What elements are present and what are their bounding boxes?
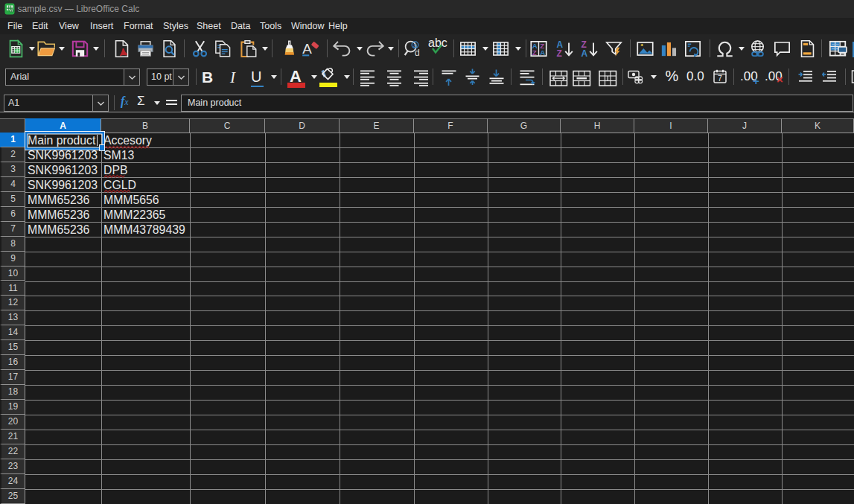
svg-text:abc: abc [428,37,447,49]
svg-text:Z: Z [532,48,536,57]
svg-text:A: A [581,48,587,58]
svg-text:A: A [302,41,312,57]
svg-text:Z: Z [556,48,561,58]
svg-text:d: d [415,48,420,59]
svg-text:A: A [540,48,545,57]
svg-text:7: 7 [718,74,722,83]
